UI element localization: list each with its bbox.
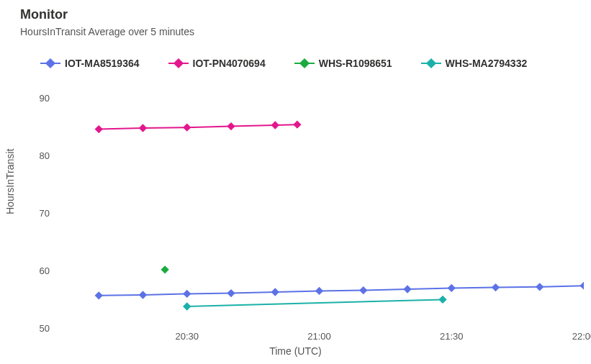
x-axis-label: Time (UTC) bbox=[0, 345, 591, 357]
x-tick: 21:00 bbox=[307, 331, 331, 342]
y-tick: 80 bbox=[6, 150, 50, 161]
y-tick: 70 bbox=[6, 208, 50, 219]
data-point[interactable] bbox=[183, 124, 191, 132]
chart-subtitle: HoursInTransit Average over 5 minutes bbox=[20, 26, 194, 37]
diamond-icon bbox=[40, 58, 60, 69]
data-point[interactable] bbox=[359, 286, 367, 294]
data-point[interactable] bbox=[536, 283, 543, 291]
data-point[interactable] bbox=[139, 291, 147, 299]
legend-item-1[interactable]: IOT-PN4070694 bbox=[168, 58, 266, 69]
chart-container: Monitor HoursInTransit Average over 5 mi… bbox=[0, 0, 591, 364]
legend-item-2[interactable]: WHS-R1098651 bbox=[294, 58, 392, 69]
series-line bbox=[99, 124, 297, 129]
legend-label: WHS-R1098651 bbox=[319, 58, 392, 69]
legend-label: IOT-PN4070694 bbox=[193, 58, 266, 69]
legend-item-3[interactable]: WHS-MA2794332 bbox=[421, 58, 528, 69]
data-point[interactable] bbox=[293, 121, 301, 129]
series-line bbox=[187, 299, 443, 306]
x-tick: 21:30 bbox=[440, 331, 464, 342]
diamond-icon bbox=[294, 58, 315, 69]
data-point[interactable] bbox=[183, 302, 191, 310]
x-tick: 20:30 bbox=[175, 331, 199, 342]
chart-title: Monitor bbox=[20, 7, 68, 22]
data-point[interactable] bbox=[492, 283, 500, 291]
data-point[interactable] bbox=[227, 122, 235, 130]
data-point[interactable] bbox=[271, 121, 279, 129]
data-point[interactable] bbox=[183, 290, 191, 298]
legend-item-0[interactable]: IOT-MA8519364 bbox=[40, 58, 140, 69]
data-point[interactable] bbox=[579, 282, 584, 290]
data-point[interactable] bbox=[403, 285, 411, 293]
diamond-icon bbox=[421, 58, 441, 69]
legend-label: IOT-MA8519364 bbox=[65, 58, 140, 69]
plot-area bbox=[55, 99, 584, 329]
data-point[interactable] bbox=[315, 287, 323, 295]
data-point[interactable] bbox=[95, 125, 103, 133]
chart-legend: IOT-MA8519364IOT-PN4070694WHS-R1098651WH… bbox=[40, 58, 559, 72]
data-point[interactable] bbox=[448, 284, 456, 292]
data-point[interactable] bbox=[139, 124, 147, 132]
y-tick: 60 bbox=[6, 265, 50, 276]
y-tick: 50 bbox=[6, 323, 50, 334]
legend-label: WHS-MA2794332 bbox=[446, 58, 528, 69]
diamond-icon bbox=[168, 58, 189, 69]
data-point[interactable] bbox=[161, 265, 168, 273]
data-point[interactable] bbox=[227, 289, 235, 297]
series-line bbox=[99, 286, 584, 296]
data-point[interactable] bbox=[438, 296, 446, 304]
y-tick: 90 bbox=[6, 93, 50, 104]
data-point[interactable] bbox=[271, 288, 279, 296]
data-point[interactable] bbox=[95, 291, 103, 299]
x-tick: 22:00 bbox=[572, 331, 591, 342]
